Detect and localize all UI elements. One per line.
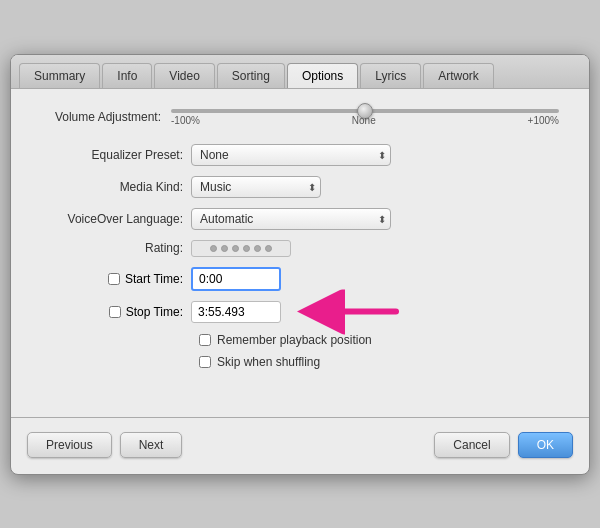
voiceover-label: VoiceOver Language: — [41, 212, 191, 226]
volume-none-label: None — [352, 115, 376, 126]
volume-label: Volume Adjustment: — [41, 110, 161, 124]
volume-min-label: -100% — [171, 115, 200, 126]
stop-time-label: Stop Time: — [126, 305, 183, 319]
media-label: Media Kind: — [41, 180, 191, 194]
equalizer-select[interactable]: None Acoustic Bass Booster Classical Dan… — [191, 144, 391, 166]
start-time-input[interactable] — [191, 267, 281, 291]
skip-shuffle-row: Skip when shuffling — [41, 355, 559, 369]
rating-dot-5[interactable] — [254, 245, 261, 252]
volume-max-label: +100% — [528, 115, 559, 126]
ok-button[interactable]: OK — [518, 432, 573, 458]
voiceover-row: VoiceOver Language: Automatic English Fr… — [41, 208, 559, 230]
next-button[interactable]: Next — [120, 432, 183, 458]
tab-info[interactable]: Info — [102, 63, 152, 88]
pink-arrow-icon — [291, 289, 401, 334]
stop-time-row: Stop Time: — [41, 301, 559, 323]
rating-label: Rating: — [41, 241, 191, 255]
slider-labels: -100% None +100% — [171, 115, 559, 126]
cancel-button[interactable]: Cancel — [434, 432, 509, 458]
media-row: Media Kind: Music Movie TV Show Podcast — [41, 176, 559, 198]
remember-playback-row: Remember playback position — [41, 333, 559, 347]
button-row: Previous Next Cancel OK — [11, 432, 589, 474]
equalizer-row: Equalizer Preset: None Acoustic Bass Boo… — [41, 144, 559, 166]
volume-slider-container: -100% None +100% — [171, 109, 559, 126]
remember-playback-label: Remember playback position — [217, 333, 372, 347]
previous-button[interactable]: Previous — [27, 432, 112, 458]
equalizer-select-wrapper: None Acoustic Bass Booster Classical Dan… — [191, 144, 391, 166]
volume-slider[interactable] — [171, 109, 559, 113]
start-time-checkbox-group: Start Time: — [41, 272, 191, 286]
rating-dot-1[interactable] — [210, 245, 217, 252]
rating-row: Rating: — [41, 240, 559, 257]
tab-summary[interactable]: Summary — [19, 63, 100, 88]
volume-row: Volume Adjustment: -100% None +100% — [41, 109, 559, 126]
tab-bar: Summary Info Video Sorting Options Lyric… — [11, 55, 589, 89]
tab-options[interactable]: Options — [287, 63, 358, 88]
media-select-wrapper: Music Movie TV Show Podcast — [191, 176, 321, 198]
tab-sorting[interactable]: Sorting — [217, 63, 285, 88]
tab-lyrics[interactable]: Lyrics — [360, 63, 421, 88]
voiceover-select[interactable]: Automatic English French German — [191, 208, 391, 230]
start-time-row: Start Time: — [41, 267, 559, 291]
rating-dot-4[interactable] — [243, 245, 250, 252]
dialog: Summary Info Video Sorting Options Lyric… — [10, 54, 590, 475]
tab-video[interactable]: Video — [154, 63, 214, 88]
remember-playback-checkbox[interactable] — [199, 334, 211, 346]
start-time-checkbox[interactable] — [108, 273, 120, 285]
skip-shuffle-label: Skip when shuffling — [217, 355, 320, 369]
tab-artwork[interactable]: Artwork — [423, 63, 494, 88]
separator — [11, 417, 589, 418]
rating-control[interactable] — [191, 240, 291, 257]
rating-dot-3[interactable] — [232, 245, 239, 252]
start-time-label: Start Time: — [125, 272, 183, 286]
skip-shuffle-checkbox[interactable] — [199, 356, 211, 368]
stop-time-checkbox[interactable] — [109, 306, 121, 318]
voiceover-select-wrapper: Automatic English French German — [191, 208, 391, 230]
rating-dot-6[interactable] — [265, 245, 272, 252]
stop-time-input[interactable] — [191, 301, 281, 323]
media-select[interactable]: Music Movie TV Show Podcast — [191, 176, 321, 198]
equalizer-label: Equalizer Preset: — [41, 148, 191, 162]
content-area: Volume Adjustment: -100% None +100% Equa… — [11, 89, 589, 397]
rating-dot-2[interactable] — [221, 245, 228, 252]
stop-time-checkbox-group: Stop Time: — [41, 305, 191, 319]
